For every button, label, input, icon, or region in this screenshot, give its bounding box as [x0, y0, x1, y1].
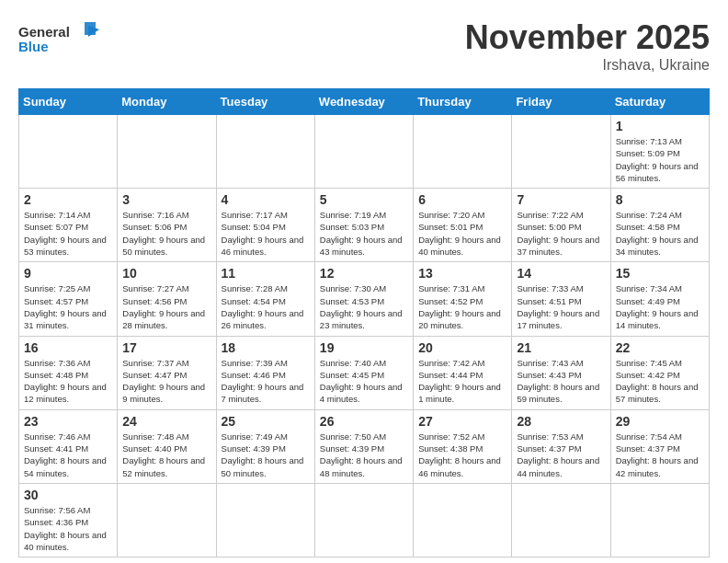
- logo: General Blue: [18, 18, 101, 60]
- table-row: 19Sunrise: 7:40 AM Sunset: 4:45 PM Dayli…: [314, 336, 413, 409]
- day-number: 12: [320, 266, 408, 281]
- table-row: [512, 483, 610, 557]
- day-number: 1: [616, 119, 704, 133]
- day-info: Sunrise: 7:42 AM Sunset: 4:44 PM Dayligh…: [418, 357, 506, 406]
- table-row: 28Sunrise: 7:53 AM Sunset: 4:37 PM Dayli…: [512, 409, 610, 483]
- table-row: [610, 483, 709, 557]
- day-number: 17: [122, 340, 210, 355]
- day-info: Sunrise: 7:52 AM Sunset: 4:38 PM Dayligh…: [418, 431, 506, 479]
- table-row: 5Sunrise: 7:19 AM Sunset: 5:03 PM Daylig…: [314, 189, 413, 262]
- day-number: 26: [320, 414, 408, 429]
- day-number: 4: [222, 192, 310, 207]
- table-row: [512, 115, 610, 189]
- day-info: Sunrise: 7:14 AM Sunset: 5:07 PM Dayligh…: [24, 209, 112, 258]
- table-row: [414, 115, 512, 189]
- col-sunday: Sunday: [19, 89, 118, 115]
- day-info: Sunrise: 7:48 AM Sunset: 4:40 PM Dayligh…: [122, 431, 210, 479]
- day-number: 15: [616, 266, 704, 281]
- table-row: 23Sunrise: 7:46 AM Sunset: 4:41 PM Dayli…: [19, 409, 118, 483]
- calendar-week-row: 9Sunrise: 7:25 AM Sunset: 4:57 PM Daylig…: [19, 262, 710, 336]
- day-info: Sunrise: 7:24 AM Sunset: 4:58 PM Dayligh…: [616, 209, 704, 258]
- col-friday: Friday: [512, 89, 610, 115]
- day-number: 19: [320, 340, 408, 355]
- svg-text:Blue: Blue: [18, 39, 49, 54]
- table-row: 30Sunrise: 7:56 AM Sunset: 4:36 PM Dayli…: [19, 483, 118, 557]
- col-saturday: Saturday: [610, 89, 709, 115]
- table-row: 25Sunrise: 7:49 AM Sunset: 4:39 PM Dayli…: [216, 409, 314, 483]
- calendar-week-row: 1Sunrise: 7:13 AM Sunset: 5:09 PM Daylig…: [19, 115, 710, 189]
- table-row: 13Sunrise: 7:31 AM Sunset: 4:52 PM Dayli…: [414, 262, 512, 336]
- day-number: 30: [24, 488, 112, 502]
- day-info: Sunrise: 7:25 AM Sunset: 4:57 PM Dayligh…: [24, 282, 112, 331]
- col-monday: Monday: [118, 89, 216, 115]
- table-row: [19, 115, 118, 189]
- day-info: Sunrise: 7:31 AM Sunset: 4:52 PM Dayligh…: [418, 282, 506, 331]
- day-info: Sunrise: 7:34 AM Sunset: 4:49 PM Dayligh…: [616, 282, 704, 331]
- table-row: 4Sunrise: 7:17 AM Sunset: 5:04 PM Daylig…: [216, 189, 314, 262]
- table-row: [314, 115, 413, 189]
- day-number: 6: [418, 192, 506, 207]
- day-number: 16: [24, 340, 112, 355]
- day-info: Sunrise: 7:53 AM Sunset: 4:37 PM Dayligh…: [517, 431, 605, 479]
- day-info: Sunrise: 7:56 AM Sunset: 4:36 PM Dayligh…: [24, 504, 112, 553]
- day-number: 20: [418, 340, 506, 355]
- table-row: 2Sunrise: 7:14 AM Sunset: 5:07 PM Daylig…: [19, 189, 118, 262]
- location: Irshava, Ukraine: [465, 57, 710, 74]
- day-number: 7: [517, 192, 605, 207]
- day-number: 8: [616, 192, 704, 207]
- day-info: Sunrise: 7:13 AM Sunset: 5:09 PM Dayligh…: [616, 135, 704, 184]
- table-row: 14Sunrise: 7:33 AM Sunset: 4:51 PM Dayli…: [512, 262, 610, 336]
- table-row: 7Sunrise: 7:22 AM Sunset: 5:00 PM Daylig…: [512, 189, 610, 262]
- table-row: 24Sunrise: 7:48 AM Sunset: 4:40 PM Dayli…: [118, 409, 216, 483]
- day-number: 5: [320, 192, 408, 207]
- col-thursday: Thursday: [414, 89, 512, 115]
- table-row: 16Sunrise: 7:36 AM Sunset: 4:48 PM Dayli…: [19, 336, 118, 409]
- day-number: 10: [122, 266, 210, 281]
- day-info: Sunrise: 7:19 AM Sunset: 5:03 PM Dayligh…: [320, 209, 408, 258]
- table-row: 15Sunrise: 7:34 AM Sunset: 4:49 PM Dayli…: [610, 262, 709, 336]
- day-info: Sunrise: 7:33 AM Sunset: 4:51 PM Dayligh…: [517, 282, 605, 331]
- table-row: 3Sunrise: 7:16 AM Sunset: 5:06 PM Daylig…: [118, 189, 216, 262]
- day-info: Sunrise: 7:40 AM Sunset: 4:45 PM Dayligh…: [320, 357, 408, 406]
- day-number: 24: [122, 414, 210, 429]
- day-info: Sunrise: 7:54 AM Sunset: 4:37 PM Dayligh…: [616, 431, 704, 479]
- day-info: Sunrise: 7:39 AM Sunset: 4:46 PM Dayligh…: [222, 357, 310, 406]
- table-row: 18Sunrise: 7:39 AM Sunset: 4:46 PM Dayli…: [216, 336, 314, 409]
- day-info: Sunrise: 7:28 AM Sunset: 4:54 PM Dayligh…: [222, 282, 310, 331]
- generalblue-logo: General Blue: [18, 18, 101, 60]
- table-row: 26Sunrise: 7:50 AM Sunset: 4:39 PM Dayli…: [314, 409, 413, 483]
- day-info: Sunrise: 7:37 AM Sunset: 4:47 PM Dayligh…: [122, 357, 210, 406]
- svg-text:General: General: [18, 24, 70, 40]
- calendar-week-row: 23Sunrise: 7:46 AM Sunset: 4:41 PM Dayli…: [19, 409, 710, 483]
- day-number: 11: [222, 266, 310, 281]
- table-row: [118, 115, 216, 189]
- day-number: 29: [616, 414, 704, 429]
- table-row: 22Sunrise: 7:45 AM Sunset: 4:42 PM Dayli…: [610, 336, 709, 409]
- day-number: 18: [222, 340, 310, 355]
- day-info: Sunrise: 7:30 AM Sunset: 4:53 PM Dayligh…: [320, 282, 408, 331]
- day-info: Sunrise: 7:27 AM Sunset: 4:56 PM Dayligh…: [122, 282, 210, 331]
- table-row: [414, 483, 512, 557]
- day-info: Sunrise: 7:50 AM Sunset: 4:39 PM Dayligh…: [320, 431, 408, 479]
- table-row: [314, 483, 413, 557]
- table-row: 1Sunrise: 7:13 AM Sunset: 5:09 PM Daylig…: [610, 115, 709, 189]
- day-number: 28: [517, 414, 605, 429]
- day-number: 3: [122, 192, 210, 207]
- table-row: 21Sunrise: 7:43 AM Sunset: 4:43 PM Dayli…: [512, 336, 610, 409]
- table-row: [118, 483, 216, 557]
- table-row: 17Sunrise: 7:37 AM Sunset: 4:47 PM Dayli…: [118, 336, 216, 409]
- day-info: Sunrise: 7:49 AM Sunset: 4:39 PM Dayligh…: [222, 431, 310, 479]
- day-info: Sunrise: 7:43 AM Sunset: 4:43 PM Dayligh…: [517, 357, 605, 406]
- day-info: Sunrise: 7:46 AM Sunset: 4:41 PM Dayligh…: [24, 431, 112, 479]
- table-row: 20Sunrise: 7:42 AM Sunset: 4:44 PM Dayli…: [414, 336, 512, 409]
- day-info: Sunrise: 7:36 AM Sunset: 4:48 PM Dayligh…: [24, 357, 112, 406]
- day-info: Sunrise: 7:16 AM Sunset: 5:06 PM Dayligh…: [122, 209, 210, 258]
- table-row: 10Sunrise: 7:27 AM Sunset: 4:56 PM Dayli…: [118, 262, 216, 336]
- table-row: 27Sunrise: 7:52 AM Sunset: 4:38 PM Dayli…: [414, 409, 512, 483]
- table-row: [216, 115, 314, 189]
- calendar-week-row: 2Sunrise: 7:14 AM Sunset: 5:07 PM Daylig…: [19, 189, 710, 262]
- day-number: 21: [517, 340, 605, 355]
- calendar-week-row: 30Sunrise: 7:56 AM Sunset: 4:36 PM Dayli…: [19, 483, 710, 557]
- page-header: General Blue November 2025 Irshava, Ukra…: [18, 18, 710, 74]
- table-row: 11Sunrise: 7:28 AM Sunset: 4:54 PM Dayli…: [216, 262, 314, 336]
